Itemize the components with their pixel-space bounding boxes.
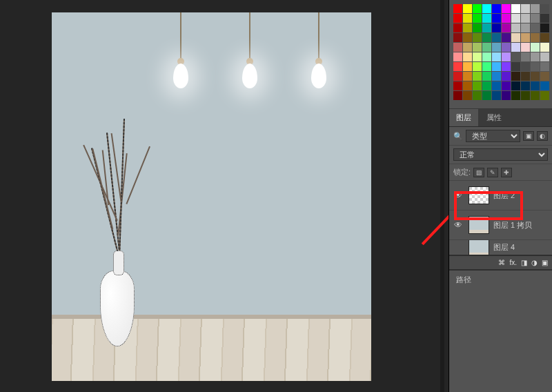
layer-thumbnail[interactable] — [469, 240, 489, 255]
swatch[interactable] — [482, 52, 491, 61]
swatch[interactable] — [463, 52, 472, 61]
layer-row[interactable]: 👁 图层 1 拷贝 — [449, 210, 552, 240]
swatch[interactable] — [531, 91, 540, 100]
layer-name[interactable]: 图层 4 — [493, 242, 515, 253]
layer-thumbnail[interactable] — [469, 186, 489, 204]
swatch[interactable] — [511, 4, 520, 13]
swatch[interactable] — [531, 14, 540, 23]
swatch[interactable] — [482, 14, 491, 23]
visibility-toggle[interactable]: 👁 — [452, 190, 464, 200]
swatch[interactable] — [531, 52, 540, 61]
swatch[interactable] — [463, 14, 472, 23]
swatch[interactable] — [473, 33, 482, 42]
swatch[interactable] — [492, 62, 501, 71]
swatch[interactable] — [540, 4, 549, 13]
mask-icon[interactable]: ◨ — [521, 259, 527, 266]
swatch[interactable] — [453, 91, 462, 100]
swatch[interactable] — [453, 14, 462, 23]
swatch[interactable] — [453, 43, 462, 52]
swatch[interactable] — [521, 43, 530, 52]
swatch[interactable] — [482, 43, 491, 52]
swatch[interactable] — [521, 81, 530, 90]
swatch[interactable] — [482, 91, 491, 100]
layer-name[interactable]: 图层 2 — [493, 190, 515, 201]
link-layers-icon[interactable]: ⌘ — [498, 259, 505, 266]
swatch[interactable] — [531, 72, 540, 81]
swatch[interactable] — [463, 91, 472, 100]
swatch[interactable] — [540, 43, 549, 52]
swatch[interactable] — [482, 72, 491, 81]
blend-mode-select[interactable]: 正常 — [453, 148, 548, 161]
swatch[interactable] — [453, 81, 462, 90]
swatch[interactable] — [482, 4, 491, 13]
swatch[interactable] — [531, 62, 540, 71]
swatch[interactable] — [521, 4, 530, 13]
swatch[interactable] — [473, 23, 482, 32]
swatch[interactable] — [482, 23, 491, 32]
swatch[interactable] — [473, 62, 482, 71]
lock-pixels-icon[interactable]: ▨ — [473, 168, 484, 177]
swatch[interactable] — [531, 33, 540, 42]
swatch[interactable] — [540, 33, 549, 42]
swatch[interactable] — [482, 33, 491, 42]
swatches-panel[interactable] — [449, 0, 552, 109]
swatch[interactable] — [502, 62, 511, 71]
swatch[interactable] — [492, 52, 501, 61]
swatch[interactable] — [473, 43, 482, 52]
swatch[interactable] — [492, 72, 501, 81]
swatch[interactable] — [492, 81, 501, 90]
layer-name[interactable]: 图层 1 拷贝 — [493, 220, 532, 231]
tab-layers[interactable]: 图层 — [449, 109, 478, 126]
swatch[interactable] — [521, 14, 530, 23]
swatch[interactable] — [453, 33, 462, 42]
swatch[interactable] — [502, 23, 511, 32]
lock-position-icon[interactable]: ✎ — [487, 168, 498, 177]
swatch[interactable] — [511, 23, 520, 32]
swatch[interactable] — [540, 52, 549, 61]
swatch[interactable] — [473, 52, 482, 61]
swatch[interactable] — [463, 4, 472, 13]
swatch[interactable] — [540, 91, 549, 100]
swatch[interactable] — [453, 62, 462, 71]
swatch[interactable] — [463, 23, 472, 32]
swatch[interactable] — [473, 4, 482, 13]
swatch[interactable] — [463, 62, 472, 71]
swatch[interactable] — [453, 52, 462, 61]
swatch[interactable] — [473, 72, 482, 81]
layer-thumbnail[interactable] — [469, 216, 489, 234]
swatch[interactable] — [492, 43, 501, 52]
swatch[interactable] — [521, 62, 530, 71]
swatch[interactable] — [453, 72, 462, 81]
filter-adjust-icon[interactable]: ◐ — [537, 131, 548, 141]
swatch[interactable] — [502, 52, 511, 61]
swatch[interactable] — [511, 72, 520, 81]
lock-all-icon[interactable]: ✚ — [501, 168, 512, 177]
swatch[interactable] — [463, 81, 472, 90]
swatch[interactable] — [492, 14, 501, 23]
swatch[interactable] — [531, 4, 540, 13]
swatch[interactable] — [492, 91, 501, 100]
fx-icon[interactable]: fx. — [509, 259, 517, 266]
swatch[interactable] — [482, 81, 491, 90]
layer-row[interactable]: 图层 4 — [449, 240, 552, 255]
layer-row[interactable]: 👁 图层 2 — [449, 181, 552, 210]
swatch[interactable] — [492, 33, 501, 42]
filter-type-select[interactable]: 类型 — [466, 130, 520, 142]
visibility-toggle[interactable]: 👁 — [452, 220, 464, 230]
swatch[interactable] — [511, 14, 520, 23]
swatch[interactable] — [511, 43, 520, 52]
swatch[interactable] — [463, 43, 472, 52]
tab-properties[interactable]: 属性 — [480, 109, 509, 126]
swatch[interactable] — [540, 72, 549, 81]
swatch[interactable] — [540, 62, 549, 71]
swatch[interactable] — [511, 81, 520, 90]
tab-paths[interactable]: 路径 — [456, 275, 471, 284]
swatch[interactable] — [473, 91, 482, 100]
swatch[interactable] — [502, 14, 511, 23]
group-icon[interactable]: ▣ — [542, 259, 548, 266]
swatch[interactable] — [492, 23, 501, 32]
swatch[interactable] — [540, 23, 549, 32]
swatch[interactable] — [531, 23, 540, 32]
swatch[interactable] — [521, 23, 530, 32]
swatch[interactable] — [482, 62, 491, 71]
